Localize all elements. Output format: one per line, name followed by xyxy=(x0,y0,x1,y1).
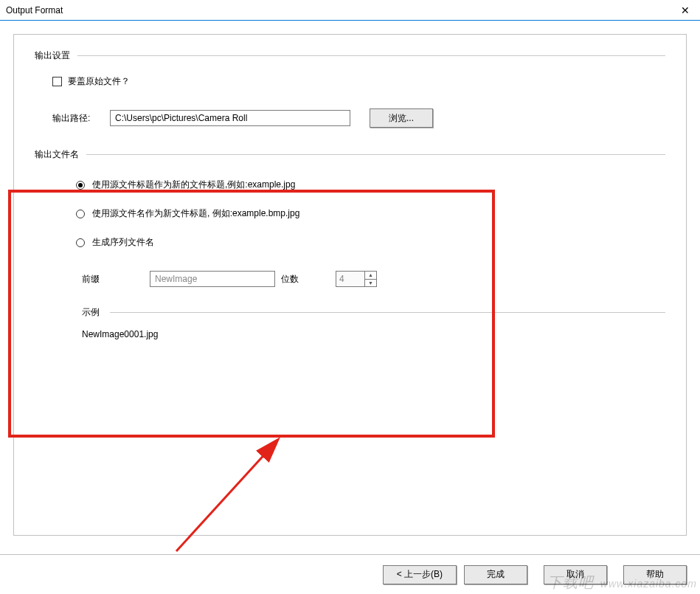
section-title-output-settings: 输出设置 xyxy=(35,49,665,62)
window-title: Output Format xyxy=(6,5,63,15)
digits-input xyxy=(336,272,364,286)
help-button[interactable]: 帮助 xyxy=(623,565,687,584)
output-filename-section: 输出文件名 使用源文件标题作为新的文件标题,例如:example.jpg 使用源… xyxy=(35,148,665,339)
overwrite-label: 要盖原始文件？ xyxy=(68,75,130,88)
divider xyxy=(86,154,665,155)
example-title-row: 示例 xyxy=(35,306,665,319)
cancel-button[interactable]: 取消 xyxy=(544,565,607,584)
bottom-bar: < 上一步(B) 完成 取消 帮助 xyxy=(0,554,700,594)
radio-row-source-title[interactable]: 使用源文件标题作为新的文件标题,例如:example.jpg xyxy=(35,179,665,191)
prefix-input xyxy=(150,271,275,287)
radio-source-title[interactable] xyxy=(76,181,85,190)
divider xyxy=(110,312,665,313)
svg-line-1 xyxy=(176,442,276,551)
example-value: NewImage0001.jpg xyxy=(35,329,665,339)
radio-source-name[interactable] xyxy=(76,210,85,218)
browse-button[interactable]: 浏览... xyxy=(370,108,433,128)
titlebar: Output Format ✕ xyxy=(0,0,700,21)
back-button[interactable]: < 上一步(B) xyxy=(383,565,457,584)
output-path-input[interactable] xyxy=(110,110,350,126)
content-area: 输出设置 要盖原始文件？ 输出路径: 浏览... 输出文件名 使用源文件 xyxy=(0,21,700,549)
close-button[interactable]: ✕ xyxy=(670,0,700,21)
section-label: 输出文件名 xyxy=(35,148,86,161)
radio-label: 生成序列文件名 xyxy=(92,236,154,249)
finish-button[interactable]: 完成 xyxy=(464,565,527,584)
prefix-row: 前缀 位数 ▲ ▼ xyxy=(35,271,665,287)
radio-row-source-name[interactable]: 使用源文件名作为新文件标题, 例如:example.bmp.jpg xyxy=(35,207,665,220)
radio-row-sequence[interactable]: 生成序列文件名 xyxy=(35,236,665,249)
digits-label: 位数 xyxy=(275,273,306,286)
prefix-label: 前缀 xyxy=(82,273,150,286)
spinner-down-icon: ▼ xyxy=(365,280,376,287)
close-icon: ✕ xyxy=(681,4,690,16)
example-label: 示例 xyxy=(82,306,110,319)
inner-panel: 输出设置 要盖原始文件？ 输出路径: 浏览... 输出文件名 使用源文件 xyxy=(13,34,687,536)
radio-sequence[interactable] xyxy=(76,238,85,247)
spinner-up-icon: ▲ xyxy=(365,272,376,280)
digits-spinner: ▲ ▼ xyxy=(336,271,377,287)
radio-label: 使用源文件标题作为新的文件标题,例如:example.jpg xyxy=(92,179,295,191)
spinner-arrows: ▲ ▼ xyxy=(364,272,376,286)
output-settings-section: 输出设置 要盖原始文件？ 输出路径: 浏览... xyxy=(35,49,665,128)
output-path-label: 输出路径: xyxy=(52,112,110,125)
overwrite-row: 要盖原始文件？ xyxy=(35,75,665,88)
divider xyxy=(77,55,665,56)
radio-label: 使用源文件名作为新文件标题, 例如:example.bmp.jpg xyxy=(92,207,299,220)
section-title-output-filename: 输出文件名 xyxy=(35,148,665,161)
overwrite-checkbox[interactable] xyxy=(52,77,62,86)
section-label: 输出设置 xyxy=(35,49,77,62)
annotation-arrow-icon xyxy=(162,433,294,559)
output-path-row: 输出路径: 浏览... xyxy=(35,108,665,128)
